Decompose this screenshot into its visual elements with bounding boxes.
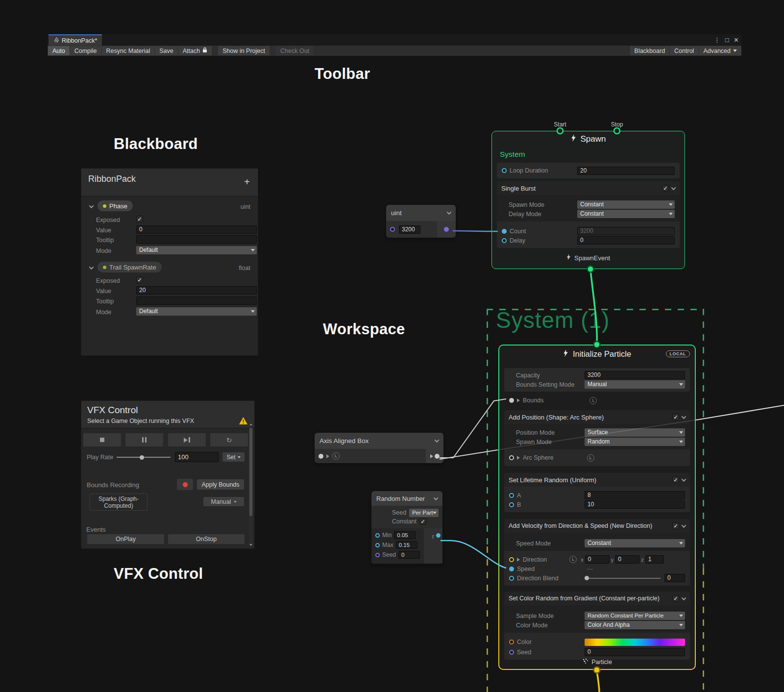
axis-aligned-box-node[interactable]: Axis Aligned Box L [315,433,443,463]
local-space-icon[interactable]: L [589,397,597,404]
color-mode-dropdown[interactable]: Color And Alpha [585,621,685,629]
chevron-down-icon[interactable] [89,203,94,208]
maximize-icon[interactable]: □ [725,36,729,44]
expand-triangle-icon[interactable] [517,398,520,402]
asset-tab[interactable]: RibbonPack* [49,34,102,46]
uint-input-port[interactable] [390,227,395,232]
play-rate-slider[interactable] [117,457,171,458]
exposed-checkbox[interactable]: ✓ [136,276,143,283]
chevron-down-icon[interactable] [447,210,452,215]
seed-input[interactable]: 0 [398,551,420,559]
sample-mode-dropdown[interactable]: Random Constant Per Particle [585,612,685,620]
slider-knob[interactable] [585,576,589,580]
local-space-icon[interactable]: L [587,454,594,462]
initialize-particle-node[interactable]: Initialize Particle LOCAL Capacity 3200 … [498,345,696,670]
speed-mode-dropdown[interactable]: Constant [585,539,685,547]
spawn-mode-dropdown[interactable]: Random [585,438,685,446]
param-pill-trail-spawnrate[interactable]: Trail SpawnRate [98,262,162,272]
a-input[interactable]: 8 [585,491,685,499]
random-number-node[interactable]: Random Number Seed Per Part Constant ✓ M… [371,491,442,565]
spawn-node[interactable]: Spawn System Loop Duration 20 Single Bur… [491,131,685,269]
chevron-down-icon[interactable] [682,414,686,419]
local-space-icon[interactable]: L [332,452,340,460]
system-group-label[interactable]: System (1) [496,307,610,333]
expand-triangle-icon[interactable] [517,558,520,562]
y-input[interactable]: 0 [615,555,639,564]
local-space-icon[interactable]: L [569,556,577,563]
mode-dropdown[interactable]: Default [136,307,257,316]
constant-checkbox[interactable]: ✓ [419,518,426,525]
capacity-input[interactable]: 3200 [585,371,685,379]
speed-port[interactable] [509,567,514,571]
control-toggle-button[interactable]: Control [670,46,698,55]
advanced-dropdown-button[interactable]: Advanced [699,46,741,55]
z-input[interactable]: 1 [645,555,664,564]
axis-box-output-port[interactable] [435,454,440,459]
color-port[interactable] [509,640,514,644]
param-pill-phase[interactable]: Phase [98,200,133,211]
r-output-port[interactable] [436,533,441,538]
slider-knob[interactable] [140,455,144,460]
exposed-checkbox[interactable]: ✓ [136,216,143,222]
spawn-mode-dropdown[interactable]: Constant [577,200,675,209]
block-enabled-checkbox[interactable]: ✓ [672,414,679,420]
uint-node[interactable]: uint 3200 [386,205,456,238]
expand-triangle-icon[interactable] [430,454,433,458]
expand-triangle-icon[interactable] [517,456,520,460]
direction-blend-slider[interactable] [585,578,661,579]
show-in-project-button[interactable]: Show in Project [218,46,270,55]
max-input[interactable]: 0.15 [396,541,417,549]
uint-output-port[interactable] [444,227,449,232]
pause-button[interactable] [125,433,163,446]
scroll-down-icon[interactable] [249,544,252,546]
value-input[interactable]: 20 [136,286,257,295]
scrollbar[interactable] [249,423,253,546]
seed-input[interactable]: 0 [585,648,685,656]
a-port[interactable] [509,493,514,498]
play-rate-input[interactable]: 100 [175,452,219,462]
chevron-down-icon[interactable] [682,595,686,600]
scroll-up-icon[interactable] [249,423,252,425]
stop-button[interactable] [83,433,121,446]
save-button[interactable]: Save [155,46,178,55]
axis-box-input-port[interactable] [318,454,323,459]
direction-blend-input[interactable]: 0 [664,574,685,582]
record-button[interactable] [177,479,193,490]
compile-button[interactable]: Compile [70,46,101,55]
local-badge[interactable]: LOCAL [666,350,690,357]
chevron-down-icon[interactable] [682,477,686,482]
loop-duration-input[interactable]: 20 [577,167,675,175]
max-port[interactable] [375,543,380,547]
delay-mode-dropdown[interactable]: Constant [577,210,675,218]
delay-port[interactable] [502,238,507,243]
min-port[interactable] [375,533,380,538]
mode-dropdown[interactable]: Default [136,246,257,254]
chevron-down-icon[interactable] [89,265,94,270]
min-input[interactable]: 0.05 [394,531,416,539]
chevron-down-icon[interactable] [671,185,676,190]
onstop-button[interactable]: OnStop [168,534,245,544]
resync-material-button[interactable]: Resync Material [102,46,155,55]
block-enabled-checkbox[interactable]: ✓ [672,476,679,483]
block-enabled-checkbox[interactable]: ✓ [672,595,679,602]
chevron-down-icon[interactable] [435,438,440,443]
seed-port[interactable] [375,553,380,557]
edge-aabox-out[interactable] [440,450,498,459]
uint-value-input[interactable]: 3200 [399,225,420,234]
position-mode-dropdown[interactable]: Surface [585,428,685,437]
edge-to-offscreen-right[interactable] [696,405,784,420]
chevron-down-icon[interactable] [434,495,439,500]
seed-mode-dropdown[interactable]: Per Part [409,509,439,517]
count-port[interactable] [502,229,507,234]
auto-button[interactable]: Auto [48,46,70,55]
close-icon[interactable]: × [734,36,738,45]
chevron-down-icon[interactable] [682,523,686,528]
check-out-button[interactable]: Check Out [276,46,314,55]
gradient-field[interactable] [585,639,685,646]
apply-bounds-button[interactable]: Apply Bounds [197,479,244,490]
block-enabled-checkbox[interactable]: ✓ [672,522,679,529]
direction-blend-port[interactable] [509,576,514,581]
onplay-button[interactable]: OnPlay [87,534,164,544]
attach-button[interactable]: Attach [178,46,212,55]
step-button[interactable] [168,433,206,446]
